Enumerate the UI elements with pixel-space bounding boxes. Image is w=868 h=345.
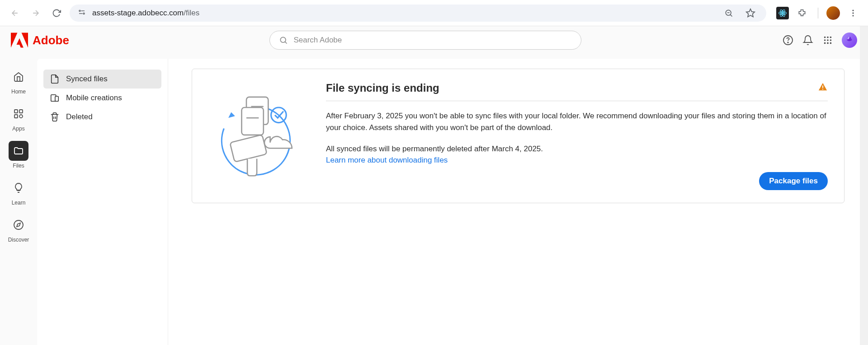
rail-label: Learn: [12, 200, 26, 206]
svg-marker-39: [228, 112, 235, 118]
reload-button[interactable]: [49, 5, 64, 21]
sidebar-item-label: Synced files: [66, 75, 108, 84]
rail-label: Home: [11, 89, 26, 95]
package-files-button[interactable]: Package files: [759, 172, 828, 190]
svg-point-24: [830, 39, 832, 41]
svg-point-19: [824, 37, 826, 38]
forward-button[interactable]: [28, 5, 43, 21]
svg-point-27: [830, 42, 832, 44]
bookmark-icon[interactable]: [743, 5, 758, 21]
svg-point-15: [281, 37, 286, 42]
svg-point-12: [852, 9, 854, 11]
rail-item-home[interactable]: Home: [9, 67, 28, 95]
folder-icon: [9, 141, 28, 161]
sidebar-item-deleted[interactable]: Deleted: [43, 107, 161, 126]
sidebar-item-label: Deleted: [66, 112, 93, 121]
extensions-icon[interactable]: [794, 5, 810, 21]
svg-point-1: [83, 13, 85, 14]
learn-more-link[interactable]: Learn more about downloading files: [326, 156, 448, 165]
files-sidebar: Synced files Mobile creations Deleted: [37, 59, 168, 345]
adobe-logo[interactable]: Adobe: [11, 33, 69, 48]
svg-rect-47: [822, 89, 823, 90]
sidebar-item-label: Mobile creations: [66, 93, 122, 103]
rail-label: Discover: [8, 237, 29, 243]
search-box[interactable]: [269, 31, 581, 50]
sidebar-item-mobile-creations[interactable]: Mobile creations: [43, 89, 161, 107]
zoom-icon[interactable]: [721, 5, 736, 21]
trash-icon: [50, 112, 60, 122]
browser-toolbar: assets-stage.adobecc.com/files: [0, 0, 868, 26]
svg-rect-46: [822, 85, 823, 88]
address-bar[interactable]: assets-stage.adobecc.com/files: [70, 5, 766, 22]
separator: [818, 8, 818, 19]
svg-point-14: [852, 15, 854, 16]
apps-icon: [9, 104, 28, 124]
svg-point-31: [19, 115, 23, 118]
svg-rect-30: [14, 115, 18, 118]
main-layout: Home Apps Files Learn Discover: [0, 54, 868, 345]
site-settings-icon[interactable]: [78, 8, 86, 18]
search-container: [269, 31, 581, 50]
svg-marker-33: [17, 223, 20, 227]
svg-point-25: [824, 42, 826, 44]
react-devtools-icon[interactable]: [776, 7, 789, 19]
file-icon: [50, 74, 60, 84]
svg-rect-35: [55, 96, 58, 101]
illustration: [208, 82, 303, 190]
rail-item-apps[interactable]: Apps: [9, 104, 28, 132]
adobe-wordmark: Adobe: [33, 33, 69, 47]
search-input[interactable]: [293, 36, 572, 45]
svg-point-18: [788, 42, 788, 43]
search-icon: [279, 36, 288, 45]
url-text: assets-stage.adobecc.com/files: [92, 9, 715, 18]
svg-point-22: [824, 39, 826, 41]
svg-point-26: [827, 42, 829, 44]
url-host: assets-stage.adobecc.com: [92, 9, 184, 17]
content-area: File syncing is ending After February 3,…: [168, 59, 868, 345]
url-path: /files: [184, 9, 199, 17]
back-button[interactable]: [7, 5, 23, 21]
svg-point-21: [830, 37, 832, 38]
rail-label: Apps: [12, 126, 24, 132]
svg-point-0: [79, 10, 80, 11]
apps-grid-icon[interactable]: [822, 34, 834, 46]
svg-point-23: [827, 39, 829, 41]
home-icon: [9, 67, 28, 87]
rail-item-files[interactable]: Files: [9, 141, 28, 169]
header-actions: [782, 33, 857, 48]
sync-ending-notice: File syncing is ending After February 3,…: [192, 69, 844, 203]
scrollbar[interactable]: [860, 26, 868, 345]
chrome-menu-icon[interactable]: [845, 5, 861, 21]
svg-point-20: [827, 37, 829, 38]
rail-label: Files: [13, 163, 24, 169]
devices-icon: [50, 93, 60, 103]
svg-line-16: [285, 42, 287, 43]
rail-item-discover[interactable]: Discover: [8, 215, 29, 243]
adobe-mark-icon: [11, 33, 28, 48]
notice-paragraph-1: After February 3, 2025 you won't be able…: [326, 110, 828, 133]
svg-marker-7: [746, 9, 755, 16]
notifications-icon[interactable]: [802, 34, 814, 46]
svg-point-32: [14, 220, 23, 229]
left-rail: Home Apps Files Learn Discover: [0, 54, 37, 345]
sidebar-item-synced-files[interactable]: Synced files: [43, 70, 161, 89]
svg-point-13: [852, 12, 854, 14]
svg-rect-29: [19, 110, 23, 113]
learn-icon: [9, 178, 28, 198]
svg-rect-28: [14, 110, 18, 113]
svg-point-8: [782, 12, 783, 14]
help-icon[interactable]: [782, 34, 794, 46]
chrome-profile-avatar[interactable]: [826, 6, 840, 20]
notice-paragraph-2: All synced files will be permanently del…: [326, 143, 828, 155]
user-avatar[interactable]: [842, 33, 857, 48]
warning-icon: [818, 82, 828, 94]
app-header: Adobe: [0, 26, 868, 54]
svg-line-6: [730, 14, 732, 16]
notice-body: File syncing is ending After February 3,…: [326, 82, 828, 190]
notice-title: File syncing is ending: [326, 82, 439, 94]
rail-item-learn[interactable]: Learn: [9, 178, 28, 206]
compass-icon: [9, 215, 28, 235]
svg-rect-43: [242, 107, 264, 135]
